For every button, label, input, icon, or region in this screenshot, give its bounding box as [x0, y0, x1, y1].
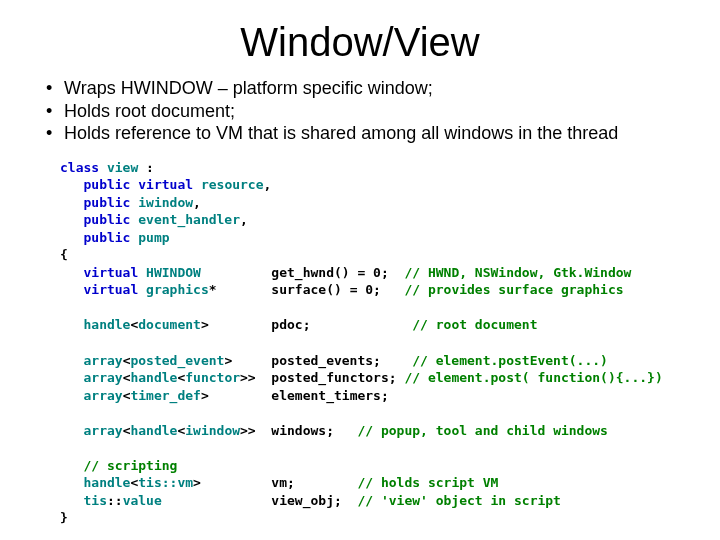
type: graphics — [146, 282, 209, 297]
code-text: get_hwnd() = 0; — [271, 265, 388, 280]
comment: // element.postEvent(...) — [412, 353, 608, 368]
type: handle — [130, 370, 177, 385]
code-text: posted_functors; — [271, 370, 396, 385]
type: value — [123, 493, 162, 508]
type: view — [107, 160, 138, 175]
comment: // provides surface graphics — [404, 282, 623, 297]
type: array — [83, 423, 122, 438]
type: timer_def — [130, 388, 200, 403]
type: resource — [201, 177, 264, 192]
code-text: posted_events; — [271, 353, 381, 368]
type: array — [83, 388, 122, 403]
code-text: windows; — [271, 423, 334, 438]
code-text: vm; — [271, 475, 294, 490]
comment: // scripting — [83, 458, 177, 473]
comment: // root document — [412, 317, 537, 332]
bullet-list: Wraps HWINDOW – platform specific window… — [30, 77, 690, 145]
text: : — [138, 160, 154, 175]
type: handle — [83, 317, 130, 332]
type: iwindow — [138, 195, 193, 210]
keyword: public — [83, 212, 130, 227]
keyword: public — [83, 195, 130, 210]
keyword: virtual — [83, 282, 138, 297]
type: posted_event — [130, 353, 224, 368]
type: pump — [138, 230, 169, 245]
type: array — [83, 353, 122, 368]
keyword: virtual — [138, 177, 193, 192]
type: handle — [130, 423, 177, 438]
type: handle — [83, 475, 130, 490]
list-item: Holds root document; — [64, 100, 690, 123]
type: HWINDOW — [146, 265, 201, 280]
comment: // holds script VM — [357, 475, 498, 490]
type: document — [138, 317, 201, 332]
type: array — [83, 370, 122, 385]
type: tis::vm — [138, 475, 193, 490]
type: iwindow — [185, 423, 240, 438]
code-text: element_timers; — [271, 388, 388, 403]
list-item: Wraps HWINDOW – platform specific window… — [64, 77, 690, 100]
keyword: public — [83, 230, 130, 245]
code-text: surface() = 0; — [271, 282, 381, 297]
keyword: virtual — [83, 265, 138, 280]
comment: // 'view' object in script — [357, 493, 561, 508]
comment: // element.post( function(){...}) — [404, 370, 662, 385]
keyword: public — [83, 177, 130, 192]
comment: // HWND, NSWindow, Gtk.Window — [404, 265, 631, 280]
type: event_handler — [138, 212, 240, 227]
type: functor — [185, 370, 240, 385]
list-item: Holds reference to VM that is shared amo… — [64, 122, 690, 145]
keyword: class — [60, 160, 99, 175]
code-text: view_obj; — [271, 493, 341, 508]
slide: Window/View Wraps HWINDOW – platform spe… — [0, 0, 720, 540]
code-text: pdoc; — [271, 317, 310, 332]
comment: // popup, tool and child windows — [357, 423, 607, 438]
slide-title: Window/View — [30, 20, 690, 65]
code-block: class view : public virtual resource, pu… — [30, 159, 690, 527]
type: tis — [83, 493, 106, 508]
